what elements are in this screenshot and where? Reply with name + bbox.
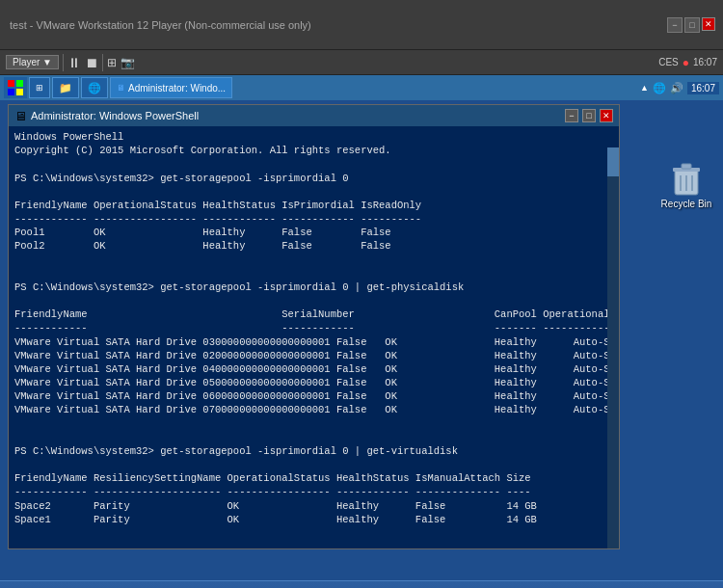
svg-rect-3: [16, 89, 23, 95]
stop-icon[interactable]: ⏹: [85, 55, 98, 70]
snapshot-icon[interactable]: 📷: [120, 56, 135, 69]
guest-taskbar-explorer[interactable]: 📁: [52, 77, 79, 98]
ps-scrollthumb[interactable]: [607, 147, 619, 176]
powershell-content: Windows PowerShell Copyright (C) 2015 Mi…: [9, 126, 607, 548]
powershell-window: 🖥 Administrator: Windows PowerShell − □ …: [8, 104, 620, 549]
guest-taskbar-view-button[interactable]: ⊞: [29, 77, 50, 98]
guest-taskbar-powershell[interactable]: 🖥 Administrator: Windo...: [110, 77, 232, 98]
fullscreen-icon[interactable]: ⊞: [107, 56, 117, 69]
minimize-button[interactable]: −: [667, 17, 683, 33]
record-icon: ●: [683, 56, 689, 69]
guest-taskbar: ⊞ 📁 🌐 🖥 Administrator: Windo... ▲ 🌐 🔊 16…: [0, 75, 723, 100]
tray-time-display: 16:07: [687, 82, 719, 94]
start-button[interactable]: [4, 77, 27, 98]
ps-close-button[interactable]: ✕: [600, 109, 613, 122]
player-button[interactable]: Player ▼: [6, 55, 59, 69]
vmware-title: test - VMware Workstation 12 Player (Non…: [4, 19, 311, 31]
vmware-toolbar: Player ▼ ⏸ ⏹ ⊞ 📷 CES ● 16:07: [0, 50, 723, 75]
volume-icon: 🔊: [670, 82, 683, 94]
vmware-titlebar: test - VMware Workstation 12 Player (Non…: [0, 0, 723, 50]
recycle-bin-label: Recycle Bin: [661, 199, 712, 209]
network-icon: 🌐: [653, 82, 666, 94]
tray-expand[interactable]: ▲: [640, 83, 649, 93]
recycle-bin-image: [669, 162, 704, 197]
powershell-title: Administrator: Windows PowerShell: [31, 110, 561, 121]
powershell-titlebar: 🖥 Administrator: Windows PowerShell − □ …: [9, 105, 619, 126]
svg-rect-1: [16, 80, 23, 87]
powershell-taskbar-label: Administrator: Windo...: [128, 83, 226, 94]
guest-taskbar-ie[interactable]: 🌐: [81, 77, 108, 98]
svg-rect-2: [8, 89, 14, 95]
maximize-button[interactable]: □: [684, 17, 700, 33]
bottom-taskbar: ⊞ ClassicShe... NonRemov... Enable-Phot.…: [0, 580, 723, 588]
system-tray: ▲ 🌐 🔊 16:07: [640, 82, 719, 94]
pause-icon[interactable]: ⏸: [67, 55, 81, 70]
svg-rect-6: [682, 164, 691, 169]
tray-status: CES: [658, 57, 679, 67]
ps-scrollbar[interactable]: [607, 147, 619, 548]
ps-minimize-button[interactable]: −: [565, 109, 578, 122]
ps-maximize-button[interactable]: □: [582, 109, 596, 122]
recycle-bin-icon[interactable]: Recycle Bin: [657, 160, 715, 211]
close-button[interactable]: ✕: [702, 17, 715, 31]
desktop: Recycle Bin 🖥 Administrator: Windows Pow…: [0, 100, 723, 580]
svg-rect-0: [8, 80, 14, 87]
tray-time: 16:07: [693, 57, 717, 67]
